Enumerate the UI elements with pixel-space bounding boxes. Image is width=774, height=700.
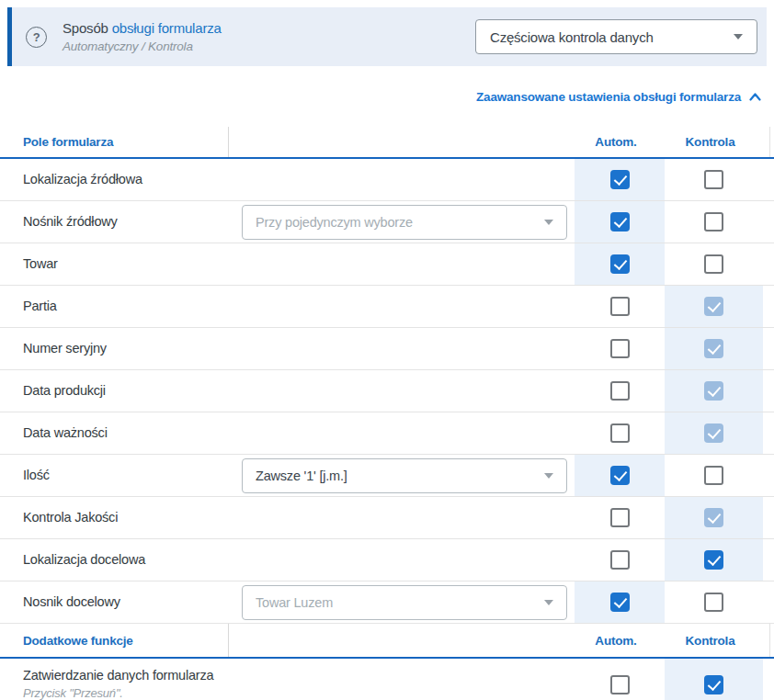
row-end bbox=[763, 370, 774, 412]
row-select-cell bbox=[242, 286, 567, 327]
row-gap bbox=[567, 539, 575, 581]
card-subtitle: Automatyczny / Kontrola bbox=[63, 38, 222, 55]
column-header-autom: Autom. bbox=[571, 127, 661, 157]
autom-cell bbox=[575, 201, 665, 243]
form-mode-select[interactable]: Częściowa kontrola danych bbox=[475, 19, 757, 54]
row-end bbox=[763, 581, 774, 623]
row-label: Ilość bbox=[23, 468, 242, 483]
autom-checkbox[interactable] bbox=[610, 339, 630, 358]
advanced-settings-link[interactable]: Zaawansowane ustawienia obsługi formular… bbox=[476, 90, 761, 104]
row-select-cell bbox=[242, 539, 567, 581]
kontrola-checkbox[interactable] bbox=[704, 593, 723, 612]
row-end bbox=[763, 286, 774, 327]
table-row: Nosnik docelowy Towar Luzem bbox=[0, 581, 774, 624]
row-label: Nosnik docelowy bbox=[23, 594, 242, 610]
table-row: Ilość Zawsze '1' [j.m.] bbox=[0, 455, 774, 497]
autom-checkbox[interactable] bbox=[610, 212, 630, 231]
chevron-down-icon bbox=[544, 473, 553, 479]
kontrola-checkbox[interactable] bbox=[704, 212, 723, 231]
row-label: Zatwierdzanie danych formularza bbox=[23, 668, 242, 683]
row-label-cell: Ilość bbox=[0, 455, 242, 496]
row-end bbox=[763, 539, 774, 581]
row-label-cell: Lokalizacja docelowa bbox=[0, 539, 242, 581]
table-rows: Lokalizacja źródłowa Nośnik źródłowy Prz… bbox=[0, 159, 774, 624]
header-end-divider bbox=[759, 127, 770, 157]
autom-cell bbox=[575, 539, 665, 581]
row-select[interactable]: Przy pojedynczym wyborze bbox=[242, 205, 567, 240]
row-label: Lokalizacja docelowa bbox=[23, 552, 242, 568]
row-label-cell: Partia bbox=[0, 286, 242, 327]
kontrola-checkbox[interactable] bbox=[704, 423, 723, 443]
card-text: Sposób obsługi formularza Automatyczny /… bbox=[63, 19, 222, 55]
row-select[interactable]: Towar Luzem bbox=[242, 585, 567, 620]
autom-cell bbox=[575, 659, 665, 700]
row-label-cell: Zatwierdzanie danych formularza Przycisk… bbox=[0, 659, 242, 700]
kontrola-checkbox[interactable] bbox=[704, 508, 723, 527]
autom-cell bbox=[575, 370, 665, 412]
row-select[interactable]: Zawsze '1' [j.m.] bbox=[242, 458, 567, 493]
autom-checkbox[interactable] bbox=[610, 170, 630, 189]
advanced-settings-label: Zaawansowane ustawienia obsługi formular… bbox=[476, 90, 741, 104]
card-title-link[interactable]: obsługi formularza bbox=[112, 20, 222, 36]
table-row: Zatwierdzanie danych formularza Przycisk… bbox=[0, 659, 774, 700]
row-select-cell bbox=[242, 497, 567, 538]
table2-rows: Zatwierdzanie danych formularza Przycisk… bbox=[0, 659, 774, 700]
row-gap bbox=[567, 581, 575, 623]
kontrola-checkbox[interactable] bbox=[704, 170, 723, 189]
autom-cell bbox=[575, 243, 665, 285]
kontrola-cell bbox=[665, 412, 763, 454]
autom-checkbox[interactable] bbox=[610, 550, 630, 570]
kontrola-cell bbox=[665, 497, 763, 538]
header-spacer bbox=[229, 624, 571, 657]
table-row: Towar bbox=[0, 243, 774, 286]
kontrola-checkbox[interactable] bbox=[704, 550, 723, 570]
row-select-cell bbox=[242, 243, 567, 285]
table-header: Pole formularza Autom. Kontrola bbox=[0, 127, 774, 159]
chevron-down-icon bbox=[544, 220, 553, 225]
row-label-cell: Nośnik źródłowy bbox=[0, 201, 242, 243]
autom-checkbox[interactable] bbox=[610, 254, 630, 274]
kontrola-checkbox[interactable] bbox=[704, 466, 723, 485]
kontrola-checkbox[interactable] bbox=[704, 381, 723, 401]
table-row: Kontrola Jakości bbox=[0, 497, 774, 539]
table-row: Nośnik źródłowy Przy pojedynczym wyborze bbox=[0, 201, 774, 243]
row-gap bbox=[567, 201, 575, 243]
row-gap bbox=[567, 497, 575, 538]
row-end bbox=[763, 455, 774, 496]
row-gap bbox=[567, 243, 575, 285]
table2-header: Dodatkowe funkcje Autom. Kontrola bbox=[0, 624, 774, 659]
header-spacer bbox=[229, 127, 571, 157]
autom-checkbox[interactable] bbox=[610, 297, 630, 316]
kontrola-checkbox[interactable] bbox=[704, 339, 723, 358]
kontrola-cell bbox=[665, 370, 763, 412]
row-label: Lokalizacja źródłowa bbox=[23, 172, 242, 187]
row-end bbox=[763, 201, 774, 243]
autom-cell bbox=[575, 581, 665, 623]
kontrola-cell bbox=[665, 539, 763, 581]
autom-checkbox[interactable] bbox=[610, 466, 630, 485]
row-gap bbox=[567, 455, 575, 496]
autom-checkbox[interactable] bbox=[610, 508, 630, 527]
autom-checkbox[interactable] bbox=[610, 423, 630, 443]
row-select-value: Towar Luzem bbox=[256, 595, 333, 610]
autom-checkbox[interactable] bbox=[610, 381, 630, 401]
row-gap bbox=[567, 370, 575, 412]
autom-checkbox[interactable] bbox=[610, 593, 630, 612]
kontrola-cell bbox=[665, 328, 763, 369]
header-end-divider bbox=[759, 624, 770, 657]
kontrola-checkbox[interactable] bbox=[704, 254, 723, 274]
kontrola-cell bbox=[665, 243, 763, 285]
column-header-dodatkowe-funkcje: Dodatkowe funkcje bbox=[0, 624, 229, 657]
row-gap bbox=[567, 159, 575, 200]
row-label-cell: Lokalizacja źródłowa bbox=[0, 159, 242, 200]
kontrola-checkbox[interactable] bbox=[704, 297, 723, 316]
help-icon[interactable]: ? bbox=[26, 27, 47, 48]
kontrola-cell bbox=[665, 455, 763, 496]
kontrola-checkbox[interactable] bbox=[704, 675, 723, 694]
kontrola-cell bbox=[665, 286, 763, 327]
row-select-cell bbox=[242, 159, 567, 200]
chevron-down-icon bbox=[544, 600, 553, 605]
row-label-cell: Data produkcji bbox=[0, 370, 242, 412]
autom-checkbox[interactable] bbox=[610, 675, 630, 694]
row-label: Kontrola Jakości bbox=[23, 510, 242, 525]
